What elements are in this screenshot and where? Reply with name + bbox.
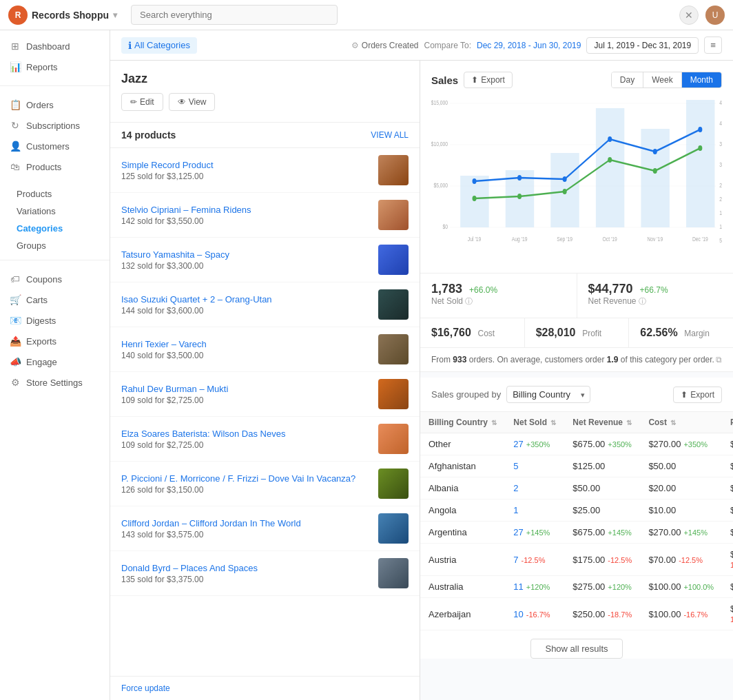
grouped-by-select[interactable]: Billing Country (506, 386, 590, 403)
sidebar-item-dashboard[interactable]: ⊞ Dashboard (0, 36, 110, 56)
sidebar-item-reports[interactable]: 📊 Reports (0, 56, 110, 77)
svg-text:50: 50 (719, 237, 722, 244)
top-nav: R Records Shoppu ▾ ✕ U (0, 0, 733, 30)
table-row: Austria 7-12.5% $175.00-12.5% $70.00-12.… (420, 544, 733, 576)
product-name[interactable]: Tatsuro Yamashita – Spacy (121, 249, 371, 260)
sidebar-main: ⊞ Dashboard 📊 Reports (0, 30, 110, 83)
svg-text:$15,000: $15,000 (431, 99, 448, 106)
edit-button[interactable]: ✏ Edit (121, 93, 163, 111)
td-profit: $105.00-12.6% (722, 544, 733, 576)
product-name[interactable]: Donald Byrd – Places And Spaces (121, 563, 371, 573)
view-all-link[interactable]: VIEW ALL (371, 130, 409, 140)
sidebar-item-products-sub[interactable]: Products (0, 185, 110, 203)
all-categories-button[interactable]: ℹ All Categories (121, 37, 197, 54)
sidebar-item-groups[interactable]: Groups (0, 237, 110, 254)
product-info: P. Piccioni / E. Morricone / F. Frizzi –… (121, 473, 371, 495)
svg-text:200: 200 (719, 196, 722, 203)
sidebar-item-products[interactable]: 🛍 Products (0, 156, 110, 177)
td-country: Azerbaijan (420, 598, 505, 630)
main-layout: ⊞ Dashboard 📊 Reports 📋 Orders ↻ Subscri… (0, 30, 733, 700)
avatar[interactable]: U (705, 6, 725, 25)
profit-value: $28,010 (536, 327, 576, 338)
product-info: Isao Suzuki Quartet + 2 – Orang-Utan 144… (121, 294, 371, 316)
svg-rect-22 (686, 100, 714, 227)
sidebar-item-categories[interactable]: Categories (0, 220, 110, 237)
table-body: Other 27+350% $675.00+350% $270.00+350% … (420, 433, 733, 630)
td-net-sold: 2 (505, 477, 564, 500)
sales-header: Sales ⬆ Export Day Week Month (431, 72, 722, 88)
svg-point-29 (473, 196, 477, 201)
td-country: Australia (420, 576, 505, 598)
svg-point-34 (698, 145, 702, 151)
force-update-link[interactable]: Force update (110, 676, 420, 700)
copy-icon[interactable]: ⧉ (716, 355, 722, 364)
list-item: Donald Byrd – Places And Spaces 135 sold… (110, 551, 420, 596)
svg-text:100: 100 (719, 223, 722, 230)
col-cost[interactable]: Cost ⇅ (640, 412, 722, 433)
td-cost: $100.00+100.0% (640, 576, 722, 598)
sidebar-item-digests[interactable]: 📧 Digests (0, 310, 110, 331)
td-net-revenue: $175.00-12.5% (564, 544, 640, 576)
svg-text:Aug '19: Aug '19 (512, 236, 528, 243)
sidebar-item-exports[interactable]: 📤 Exports (0, 331, 110, 351)
coupons-icon: 🏷 (10, 274, 21, 285)
show-all-results-button[interactable]: Show all results (530, 639, 622, 659)
product-name[interactable]: Henri Texier – Varech (121, 339, 371, 349)
month-button[interactable]: Month (681, 72, 721, 88)
change-value: +100.0% (683, 583, 714, 591)
td-net-sold: 27+145% (505, 522, 564, 544)
product-name[interactable]: Isao Suzuki Quartet + 2 – Orang-Utan (121, 294, 371, 305)
svg-point-23 (473, 178, 477, 184)
td-net-revenue: $125.00 (564, 455, 640, 477)
grouped-export-button[interactable]: ⬆ Export (673, 387, 722, 403)
col-billing-country[interactable]: Billing Country ⇅ (420, 412, 505, 433)
col-profit[interactable]: Profit ⇅ (722, 412, 733, 433)
svg-point-25 (563, 176, 567, 182)
sales-export-button[interactable]: ⬆ Export (464, 72, 513, 88)
td-cost: $270.00+350% (640, 433, 722, 455)
product-thumbnail (378, 379, 409, 409)
sidebar-item-carts[interactable]: 🛒 Carts (0, 289, 110, 310)
product-name[interactable]: P. Piccioni / E. Morricone / F. Frizzi –… (121, 473, 371, 484)
app-logo[interactable]: R Records Shoppu ▾ (8, 6, 117, 25)
product-name[interactable]: Rahul Dev Burman – Mukti (121, 384, 371, 394)
product-name[interactable]: Clifford Jordan – Clifford Jordan In The… (121, 518, 371, 528)
more-options-button[interactable]: ≡ (704, 37, 722, 54)
sidebar-item-engage[interactable]: 📣 Engage (0, 351, 110, 372)
svg-text:150: 150 (719, 209, 722, 216)
svg-text:350: 350 (719, 141, 722, 147)
sidebar-item-variations[interactable]: Variations (0, 203, 110, 220)
day-button[interactable]: Day (612, 72, 643, 88)
sidebar-item-orders[interactable]: 📋 Orders (0, 94, 110, 115)
cost-label: Cost (477, 329, 495, 338)
list-item: Rahul Dev Burman – Mukti 109 sold for $2… (110, 372, 420, 417)
product-name[interactable]: Stelvio Cipriani – Femina Ridens (121, 205, 371, 215)
product-stats: 109 sold for $2,725.00 (121, 395, 371, 405)
svg-point-33 (653, 168, 657, 174)
td-net-sold: 1 (505, 500, 564, 522)
product-stats: 144 sold for $3,600.00 (121, 306, 371, 316)
change-value: -18.7% (608, 610, 632, 619)
product-name[interactable]: Simple Record Product (121, 160, 371, 170)
table-header-row: Billing Country ⇅ Net Sold ⇅ Net Revenue… (420, 412, 733, 433)
sidebar-item-subscriptions[interactable]: ↻ Subscriptions (0, 115, 110, 136)
list-item: Elza Soares Baterista: Wilson Das Neves … (110, 417, 420, 462)
sidebar-item-coupons[interactable]: 🏷 Coupons (0, 269, 110, 289)
view-button[interactable]: 👁 View (169, 93, 216, 111)
col-net-revenue[interactable]: Net Revenue ⇅ (564, 412, 640, 433)
sidebar-item-store-settings[interactable]: ⚙ Store Settings (0, 372, 110, 393)
td-net-sold: 27+350% (505, 433, 564, 455)
svg-point-26 (608, 136, 612, 142)
product-name[interactable]: Elza Soares Baterista: Wilson Das Neves (121, 429, 371, 439)
search-input[interactable] (131, 5, 338, 25)
metrics-row-1: 1,783 +66.0% Net Sold ⓘ $44,770 +66.7% (420, 274, 733, 318)
col-net-sold[interactable]: Net Sold ⇅ (505, 412, 564, 433)
category-header: Jazz ✏ Edit 👁 View (110, 61, 420, 123)
notifications-icon[interactable]: ✕ (679, 6, 699, 25)
week-button[interactable]: Week (643, 72, 681, 88)
sidebar-item-customers[interactable]: 👤 Customers (0, 136, 110, 156)
date-range-button[interactable]: Jul 1, 2019 - Dec 31, 2019 (586, 37, 699, 54)
td-net-revenue: $250.00-18.7% (564, 598, 640, 630)
grouped-sales-section: Sales grouped by Billing Country ⬆ Expor… (420, 378, 733, 659)
product-stats: 125 sold for $3,125.00 (121, 172, 371, 181)
